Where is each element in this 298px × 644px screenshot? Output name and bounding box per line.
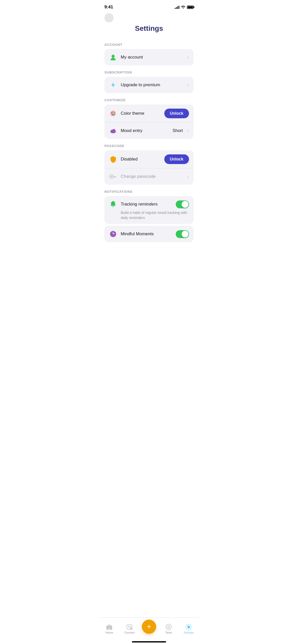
mindful-moments-row[interactable]: Mindful Moments	[104, 226, 194, 242]
status-icons	[175, 5, 194, 9]
page-title: Settings	[104, 24, 194, 33]
section-account-label: ACCOUNT	[104, 43, 194, 47]
key-icon	[109, 172, 117, 181]
svg-point-8	[112, 114, 113, 115]
color-theme-label: Color theme	[121, 111, 161, 116]
mindful-moments-toggle[interactable]	[176, 230, 189, 238]
svg-point-11	[112, 129, 115, 132]
person-icon	[109, 53, 117, 61]
mindful-moments-card: Mindful Moments	[104, 226, 194, 242]
change-passcode-label: Change passcode	[121, 174, 184, 179]
back-button[interactable]	[104, 13, 114, 22]
palette-icon	[109, 109, 117, 118]
tracking-reminders-card: Tracking reminders Build a habit of regu…	[104, 196, 194, 224]
bell-icon	[109, 200, 117, 208]
svg-point-6	[114, 113, 115, 114]
color-theme-unlock-button[interactable]: Unlock	[164, 109, 189, 118]
passcode-card: Disabled Unlock Change passcode ›	[104, 150, 194, 185]
section-notifications-label: NOTIFICATIONS	[104, 190, 194, 194]
upgrade-label: Upgrade to premium	[121, 82, 184, 87]
svg-rect-16	[114, 177, 115, 178]
mindful-moments-label: Mindful Moments	[121, 231, 172, 237]
change-passcode-chevron: ›	[187, 174, 189, 179]
status-time: 9:41	[104, 5, 113, 10]
color-theme-row[interactable]: Color theme Unlock	[104, 105, 194, 122]
mood-entry-value: Short	[172, 128, 183, 133]
upgrade-chevron: ›	[187, 82, 189, 88]
wifi-icon	[181, 5, 185, 9]
shield-icon	[109, 155, 117, 163]
section-customize-label: CUSTOMIZE	[104, 98, 194, 102]
page-header: Settings	[99, 22, 199, 38]
svg-rect-15	[115, 177, 116, 178]
svg-point-1	[112, 55, 115, 58]
my-account-row[interactable]: My account ›	[104, 49, 194, 65]
svg-marker-2	[111, 82, 115, 88]
svg-rect-17	[113, 206, 114, 207]
scroll-content: ACCOUNT My account › SUBSCRIPTION Upgrad…	[99, 43, 199, 270]
bolt-icon	[109, 81, 117, 89]
passcode-disabled-label: Disabled	[121, 157, 161, 162]
upgrade-row[interactable]: Upgrade to premium ›	[104, 77, 194, 93]
change-passcode-row: Change passcode ›	[104, 168, 194, 185]
section-passcode-label: PASSCODE	[104, 144, 194, 148]
svg-point-7	[113, 114, 115, 115]
account-card: My account ›	[104, 49, 194, 65]
passcode-disabled-row[interactable]: Disabled Unlock	[104, 150, 194, 168]
svg-rect-20	[113, 233, 115, 234]
tracking-reminders-row[interactable]: Tracking reminders	[104, 196, 194, 212]
clock-icon	[109, 230, 117, 238]
svg-point-0	[107, 16, 111, 20]
svg-rect-14	[113, 176, 116, 177]
svg-point-13	[111, 176, 112, 177]
passcode-unlock-button[interactable]: Unlock	[164, 154, 189, 164]
my-account-label: My account	[121, 55, 184, 60]
subscription-card: Upgrade to premium ›	[104, 77, 194, 93]
my-account-chevron: ›	[187, 55, 189, 60]
cloud-icon	[109, 127, 117, 135]
tracking-reminders-toggle[interactable]	[176, 200, 189, 208]
svg-point-4	[111, 112, 113, 113]
tracking-reminders-label: Tracking reminders	[121, 202, 172, 207]
status-bar: 9:41	[99, 0, 199, 12]
mood-entry-chevron: ›	[187, 128, 189, 134]
signal-icon	[175, 5, 179, 9]
mood-entry-label: Mood entry	[121, 128, 169, 133]
svg-point-5	[113, 111, 114, 113]
battery-icon	[187, 6, 194, 9]
back-area	[99, 12, 199, 22]
mood-entry-row[interactable]: Mood entry Short ›	[104, 122, 194, 139]
section-subscription-label: SUBSCRIPTION	[104, 70, 194, 74]
customize-card: Color theme Unlock Mood entry Short ›	[104, 105, 194, 139]
